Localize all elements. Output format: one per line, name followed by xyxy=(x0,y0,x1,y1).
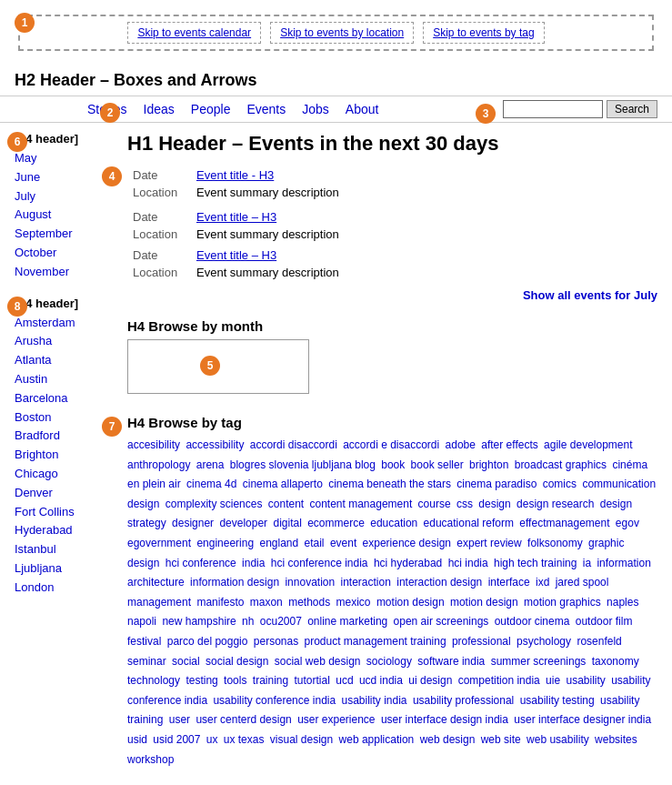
tag-link[interactable]: ux texas xyxy=(224,733,265,746)
nav-about[interactable]: About xyxy=(346,102,379,116)
sidebar-loc-barcelona[interactable]: Barcelona xyxy=(15,389,109,408)
tag-link[interactable]: naples xyxy=(607,596,638,609)
sidebar-month-september[interactable]: September xyxy=(15,225,109,244)
tag-link[interactable]: adobe xyxy=(446,438,476,451)
tag-link[interactable]: experience design xyxy=(363,537,451,549)
sidebar-loc-arusha[interactable]: Arusha xyxy=(15,332,109,351)
tag-link[interactable]: ui design xyxy=(408,674,452,687)
tag-link[interactable]: book xyxy=(381,458,405,471)
tag-link[interactable]: cinema 4d xyxy=(186,478,236,490)
event-3-title-link[interactable]: Event title – H3 xyxy=(196,248,276,262)
tag-link[interactable]: tools xyxy=(224,674,246,687)
tag-link[interactable]: broadcast graphics xyxy=(515,458,607,471)
sidebar-loc-london[interactable]: London xyxy=(15,579,109,598)
tag-link[interactable]: egovernment xyxy=(127,537,191,549)
sidebar-loc-ljubljana[interactable]: Ljubljana xyxy=(15,559,109,579)
tag-link[interactable]: psychology xyxy=(517,635,571,648)
nav-ideas[interactable]: Ideas xyxy=(144,102,175,116)
nav-people[interactable]: People xyxy=(191,102,231,116)
sidebar-month-july[interactable]: July xyxy=(15,187,109,206)
tag-link[interactable]: web application xyxy=(339,733,415,746)
tag-link[interactable]: after effects xyxy=(481,438,537,451)
tag-link[interactable]: testing xyxy=(186,674,217,687)
tag-link[interactable]: accordi e disaccordi xyxy=(343,438,439,451)
tag-link[interactable]: ucd india xyxy=(359,674,403,687)
nav-jobs[interactable]: Jobs xyxy=(302,102,329,116)
tag-link[interactable]: book seller xyxy=(411,458,464,471)
tag-link[interactable]: user centerd design xyxy=(196,713,291,726)
tag-link[interactable]: hci conference xyxy=(165,557,236,569)
nav-events[interactable]: Events xyxy=(246,102,286,116)
tag-link[interactable]: interface xyxy=(488,576,530,589)
tag-link[interactable]: cinema allaperto xyxy=(243,478,323,490)
tag-link[interactable]: usability conference india xyxy=(213,694,336,707)
tag-link[interactable]: usid xyxy=(127,733,147,746)
tag-link[interactable]: user interface design india xyxy=(381,713,508,726)
tag-link[interactable]: cinema paradiso xyxy=(456,478,537,490)
tag-link[interactable]: interaction xyxy=(341,576,391,589)
tag-link[interactable]: nh xyxy=(242,615,254,628)
sidebar-month-august[interactable]: August xyxy=(15,206,109,225)
tag-link[interactable]: engineering xyxy=(196,537,254,549)
skip-to-events-by-location[interactable]: Skip to events by location xyxy=(270,22,414,44)
tag-link[interactable]: user experience xyxy=(297,713,375,726)
tag-link[interactable]: accessibility xyxy=(186,438,244,451)
event-2-title-link[interactable]: Event title – H3 xyxy=(196,210,276,224)
sidebar-month-june[interactable]: June xyxy=(15,168,109,187)
tag-link[interactable]: educational reform xyxy=(424,517,514,529)
tag-link[interactable]: motion design xyxy=(376,596,445,609)
tag-link[interactable]: ixd xyxy=(536,576,549,589)
tag-link[interactable]: hci conference india xyxy=(271,557,368,569)
tag-link[interactable]: user xyxy=(169,713,190,726)
tag-link[interactable]: social xyxy=(172,655,200,668)
tag-link[interactable]: anthropology xyxy=(127,458,190,471)
tag-link[interactable]: content xyxy=(268,498,304,510)
tag-link[interactable]: england xyxy=(259,537,298,549)
tag-link[interactable]: new hampshire xyxy=(162,615,236,628)
tag-link[interactable]: complexity sciences xyxy=(165,498,263,510)
sidebar-loc-atlanta[interactable]: Atlanta xyxy=(15,351,109,370)
tag-link[interactable]: training xyxy=(253,674,288,687)
tag-link[interactable]: design xyxy=(478,498,510,510)
tag-link[interactable]: usability professional xyxy=(413,694,514,707)
tag-link[interactable]: event xyxy=(330,537,356,549)
sidebar-month-may[interactable]: May xyxy=(15,149,109,168)
tag-link[interactable]: napoli xyxy=(127,615,156,628)
sidebar-month-november[interactable]: November xyxy=(15,263,109,282)
tag-link[interactable]: interaction design xyxy=(396,576,482,589)
tag-link[interactable]: folksonomy xyxy=(527,537,583,549)
tag-link[interactable]: css xyxy=(456,498,473,510)
tag-link[interactable]: ia xyxy=(583,557,591,569)
tag-link[interactable]: hci hyderabad xyxy=(374,557,442,569)
tag-link[interactable]: comics xyxy=(543,478,577,490)
tag-link[interactable]: developer xyxy=(219,517,267,529)
tag-link[interactable]: uie xyxy=(546,674,560,687)
tag-link[interactable]: accordi disaccordi xyxy=(250,438,337,451)
tag-link[interactable]: hci india xyxy=(448,557,488,569)
tag-link[interactable]: outdoor cinema xyxy=(495,615,570,628)
skip-to-events-calendar[interactable]: Skip to events calendar xyxy=(127,22,261,44)
tag-link[interactable]: cinema beneath the stars xyxy=(328,478,451,490)
tag-link[interactable]: web usability xyxy=(527,733,589,746)
tag-link[interactable]: high tech training xyxy=(494,557,577,569)
tag-link[interactable]: etail xyxy=(305,537,325,549)
sidebar-month-october[interactable]: October xyxy=(15,244,109,263)
tag-link[interactable]: usability india xyxy=(342,694,407,707)
tag-link[interactable]: manifesto xyxy=(196,596,244,609)
tag-link[interactable]: open air screenings xyxy=(394,615,489,628)
tag-link[interactable]: jared spool xyxy=(556,576,609,589)
tag-link[interactable]: web site xyxy=(481,733,521,746)
sidebar-loc-austin[interactable]: Austin xyxy=(15,370,109,389)
tag-link[interactable]: ucd xyxy=(336,674,353,687)
tag-link[interactable]: egov xyxy=(616,517,639,529)
tag-link[interactable]: tutortial xyxy=(295,674,330,687)
tag-link[interactable]: usability testing xyxy=(520,694,595,707)
tag-link[interactable]: motion design xyxy=(450,596,518,609)
tag-link[interactable]: sociology xyxy=(366,655,412,668)
tag-link[interactable]: professional xyxy=(452,635,511,648)
sidebar-loc-denver[interactable]: Denver xyxy=(15,484,109,503)
tag-link[interactable]: summer screenings xyxy=(491,655,587,668)
tag-link[interactable]: usability xyxy=(566,674,605,687)
sidebar-loc-hyderabad[interactable]: Hyderabad xyxy=(15,521,109,540)
sidebar-loc-istanbul[interactable]: Istanbul xyxy=(15,540,109,559)
